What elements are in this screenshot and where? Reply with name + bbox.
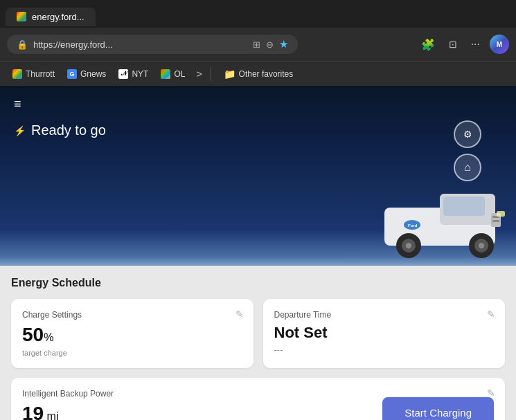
backup-power-card: Intelligent Backup Power 19 mi range res… <box>11 378 505 420</box>
zoom-icon[interactable]: ⊖ <box>266 39 274 50</box>
svg-rect-11 <box>492 220 499 222</box>
map-icons: ⚙ ⌂ <box>454 120 481 181</box>
section-title: Energy Schedule <box>11 277 505 289</box>
active-tab[interactable]: energy.ford... <box>6 8 96 26</box>
menu-button[interactable]: ≡ <box>0 86 516 122</box>
svg-point-5 <box>406 243 411 248</box>
ol-label: OL <box>174 69 185 79</box>
bookmarks-bar: Thurrott G Gnews 𝒩 NYT OL > 📁 Other favo… <box>0 61 516 86</box>
folder-icon: 📁 <box>224 69 235 80</box>
split-screen-icon[interactable]: ⊡ <box>445 36 461 53</box>
charge-unit: % <box>44 331 53 343</box>
charge-settings-value: 50% <box>22 324 242 346</box>
tab-bar: energy.ford... <box>0 0 516 28</box>
home-map-button[interactable]: ⌂ <box>454 154 481 181</box>
charge-settings-card: Charge Settings 50% target charge ✎ <box>11 299 253 368</box>
bookmark-thurrott[interactable]: Thurrott <box>7 67 60 81</box>
start-charging-button[interactable]: Start Charging <box>382 397 494 421</box>
more-menu-icon[interactable]: ··· <box>467 35 484 53</box>
svg-text:Ford: Ford <box>408 223 418 228</box>
other-favorites-label: Other favorites <box>239 69 294 79</box>
svg-rect-12 <box>497 211 505 217</box>
tab-favicon <box>17 12 26 21</box>
star-icon[interactable]: ★ <box>279 38 288 51</box>
main-content: Energy Schedule Charge Settings 50% targ… <box>0 266 516 420</box>
address-bar[interactable]: 🔒 https://energy.ford... ⊞ ⊖ ★ <box>7 35 298 54</box>
lock-icon: 🔒 <box>17 39 28 50</box>
charge-sub-label: target charge <box>22 349 242 357</box>
lightning-icon: ⚡ <box>14 125 26 136</box>
browser-chrome: energy.ford... 🔒 https://energy.ford... … <box>0 0 516 86</box>
departure-time-label: Departure Time <box>274 310 495 320</box>
status-text: Ready to go <box>31 122 106 138</box>
other-favorites-button[interactable]: 📁 Other favorites <box>218 66 299 82</box>
thurrott-label: Thurrott <box>26 69 55 79</box>
settings-map-button[interactable]: ⚙ <box>454 120 481 148</box>
settings-map-icon: ⚙ <box>463 129 472 140</box>
departure-time-placeholder: --- <box>274 345 495 355</box>
gnews-favicon: G <box>67 69 77 79</box>
bookmark-gnews[interactable]: G Gnews <box>62 67 112 81</box>
hero-section: ≡ ⚡ Ready to go ⚙ ⌂ <box>0 86 516 266</box>
thurrott-favicon <box>12 69 22 79</box>
departure-edit-icon[interactable]: ✎ <box>487 309 495 320</box>
nyt-label: NYT <box>132 69 148 79</box>
cards-row: Charge Settings 50% target charge ✎ Depa… <box>11 299 505 368</box>
nyt-favicon: 𝒩 <box>118 69 128 79</box>
bookmarks-overflow-button[interactable]: > <box>192 66 206 82</box>
tab-title: energy.ford... <box>32 12 84 22</box>
bookmark-nyt[interactable]: 𝒩 NYT <box>113 67 154 81</box>
grid-icon[interactable]: ⊞ <box>253 39 260 50</box>
backup-edit-icon[interactable]: ✎ <box>487 387 495 399</box>
truck-illustration: Ford <box>371 187 516 266</box>
address-bar-row: 🔒 https://energy.ford... ⊞ ⊖ ★ 🧩 ⊡ ··· M <box>0 28 516 61</box>
backup-power-info: Intelligent Backup Power 19 mi range res… <box>22 389 114 420</box>
page-content: ≡ ⚡ Ready to go ⚙ ⌂ <box>0 86 516 420</box>
copilot-button[interactable]: M <box>490 35 509 54</box>
extensions-icon[interactable]: 🧩 <box>417 35 439 54</box>
url-text: https://energy.ford... <box>33 39 247 50</box>
svg-rect-2 <box>443 197 485 216</box>
hamburger-icon: ≡ <box>14 97 21 111</box>
departure-time-card: Departure Time Not Set --- ✎ <box>263 299 506 368</box>
departure-time-value: Not Set <box>274 324 495 342</box>
svg-point-8 <box>479 243 484 248</box>
charge-settings-label: Charge Settings <box>22 310 242 320</box>
charge-edit-icon[interactable]: ✎ <box>235 309 244 320</box>
gnews-label: Gnews <box>80 69 106 79</box>
backup-power-value: 19 mi <box>22 403 114 420</box>
bookmark-ol[interactable]: OL <box>155 67 190 81</box>
copilot-label: M <box>497 41 502 48</box>
backup-power-label: Intelligent Backup Power <box>22 389 114 399</box>
bookmarks-separator <box>211 67 211 81</box>
browser-actions: 🧩 ⊡ ··· M <box>417 35 509 54</box>
hero-content: ⚡ Ready to go <box>0 122 516 138</box>
ol-favicon <box>161 69 170 79</box>
backup-unit: mi <box>44 410 58 420</box>
home-map-icon: ⌂ <box>464 161 471 174</box>
